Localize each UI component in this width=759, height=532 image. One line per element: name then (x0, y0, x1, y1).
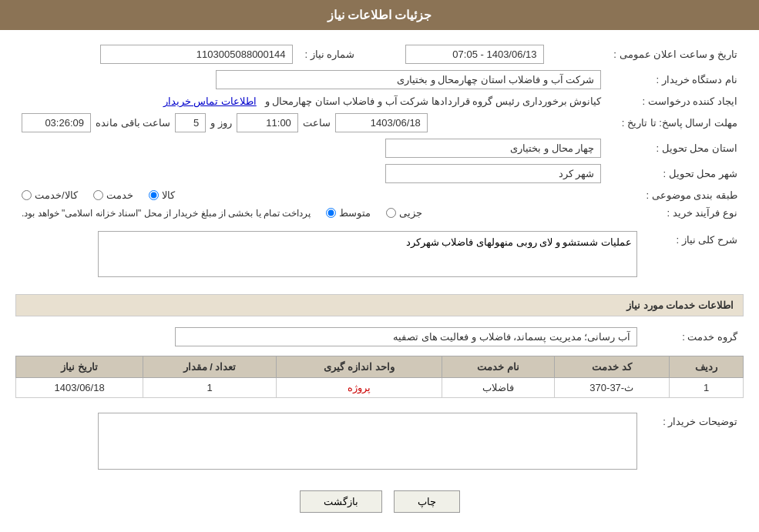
table-row: استان محل تحویل : چهار محال و بختیاری (15, 136, 744, 161)
general-desc-label: شرح کلی نیاز : (643, 228, 744, 283)
reply-time-label: ساعت (303, 117, 331, 129)
cell-service-name: فاضلاب (442, 378, 554, 398)
delivery-city-label: شهر محل تحویل : (607, 161, 744, 186)
buyer-notes-textarea[interactable] (98, 413, 637, 470)
service-group-value: آب رسانی؛ مدیریت پسماند، فاضلاب و فعالیت… (175, 327, 637, 346)
category-radio-kala-khadamat[interactable] (22, 190, 32, 200)
cell-date: 1403/06/18 (16, 378, 143, 398)
table-row: شهر محل تحویل : شهر کرد (15, 161, 744, 186)
content-area: تاریخ و ساعت اعلان عمومی : 1403/06/13 - … (0, 30, 759, 532)
table-row: ایجاد کننده درخواست : کیانوش برخورداری ر… (15, 92, 744, 110)
table-header-row: ردیف کد خدمت نام خدمت واحد اندازه گیری ت… (16, 356, 744, 378)
table-row: طبقه بندی موضوعی : کالا/خدمت خدمت کالا (15, 186, 744, 204)
general-desc-textarea[interactable] (98, 231, 637, 277)
cell-service-code: ث-37-370 (554, 378, 669, 398)
purchase-type-label-small: جزیی (399, 207, 422, 219)
cell-row-num: 1 (670, 378, 744, 398)
category-option-kala[interactable]: کالا (149, 189, 175, 201)
page-wrapper: جزئیات اطلاعات نیاز تاریخ و ساعت اعلان ع… (0, 0, 759, 532)
reply-time-value: 11:00 (237, 113, 298, 132)
need-number-value: 1103005088000144 (100, 45, 293, 64)
remaining-label: ساعت باقی مانده (96, 117, 170, 129)
creator-label: ایجاد کننده درخواست : (607, 92, 744, 110)
service-group-table: گروه خدمت : آب رسانی؛ مدیریت پسماند، فاض… (15, 324, 744, 350)
table-row: 1 ث-37-370 فاضلاب پروژه 1 1403/06/18 (16, 378, 744, 398)
reply-date-value: 1403/06/18 (335, 113, 428, 132)
cell-unit[interactable]: پروژه (276, 378, 442, 398)
col-service-code: کد خدمت (554, 356, 669, 378)
cell-quantity: 1 (143, 378, 277, 398)
delivery-province-value: چهار محال و بختیاری (385, 139, 601, 158)
purchase-type-option-small[interactable]: جزیی (386, 207, 422, 219)
services-section-title: اطلاعات خدمات مورد نیاز (15, 294, 744, 316)
purchase-type-radio-small[interactable] (386, 208, 396, 218)
announce-date-label: تاریخ و ساعت اعلان عمومی : (607, 42, 744, 67)
table-row: شرح کلی نیاز : (15, 228, 744, 283)
purchase-type-note: پرداخت تمام یا بخشی از مبلغ خریدار از مح… (22, 208, 311, 219)
service-group-label: گروه خدمت : (643, 324, 744, 350)
col-service-name: نام خدمت (442, 356, 554, 378)
purchase-type-label: نوع فرآیند خرید : (607, 204, 744, 222)
buyer-org-value: شرکت آب و فاضلاب استان چهارمحال و بختیار… (216, 70, 601, 89)
page-header: جزئیات اطلاعات نیاز (0, 0, 759, 30)
announce-date-box: 1403/06/13 - 07:05 (405, 45, 602, 64)
purchase-type-row: پرداخت تمام یا بخشی از مبلغ خریدار از مح… (22, 207, 601, 219)
services-table: ردیف کد خدمت نام خدمت واحد اندازه گیری ت… (15, 356, 744, 398)
table-row: توضیحات خریدار : (15, 410, 744, 475)
table-row: نوع فرآیند خرید : پرداخت تمام یا بخشی از… (15, 204, 744, 222)
info-table: تاریخ و ساعت اعلان عمومی : 1403/06/13 - … (15, 42, 744, 222)
page-title: جزئیات اطلاعات نیاز (327, 8, 432, 22)
category-radio-kala[interactable] (149, 190, 159, 200)
footer-buttons: چاپ بازگشت (15, 490, 744, 513)
col-date: تاریخ نیاز (16, 356, 143, 378)
services-table-header: ردیف کد خدمت نام خدمت واحد اندازه گیری ت… (16, 356, 744, 378)
category-option-khadamat-label: خدمت (106, 189, 133, 201)
category-option-kala-khadamat-label: کالا/خدمت (35, 189, 78, 201)
reply-days-value: 5 (175, 113, 206, 132)
category-label: طبقه بندی موضوعی : (607, 186, 744, 204)
reply-date-label: مهلت ارسال پاسخ: تا تاریخ : (607, 110, 744, 136)
buyer-notes-table: توضیحات خریدار : (15, 410, 744, 475)
table-row: تاریخ و ساعت اعلان عمومی : 1403/06/13 - … (15, 42, 744, 67)
table-row: نام دستگاه خریدار : شرکت آب و فاضلاب است… (15, 67, 744, 92)
general-desc-table: شرح کلی نیاز : (15, 228, 744, 283)
remaining-row: 03:26:09 ساعت باقی مانده 5 روز و (22, 113, 232, 132)
buyer-org-label: نام دستگاه خریدار : (607, 67, 744, 92)
services-table-body: 1 ث-37-370 فاضلاب پروژه 1 1403/06/18 (16, 378, 744, 398)
purchase-type-option-medium[interactable]: متوسط (326, 207, 371, 219)
purchase-type-label-medium: متوسط (339, 207, 371, 219)
purchase-type-radio-medium[interactable] (326, 208, 336, 218)
category-radio-group: کالا/خدمت خدمت کالا (22, 189, 601, 201)
reply-date-row: 03:26:09 ساعت باقی مانده 5 روز و 11:00 س… (22, 113, 601, 132)
back-button[interactable]: بازگشت (300, 490, 382, 513)
category-option-kala-khadamat[interactable]: کالا/خدمت (22, 189, 78, 201)
category-option-kala-label: کالا (162, 189, 175, 201)
reply-days-label: روز و (210, 117, 232, 129)
table-row: گروه خدمت : آب رسانی؛ مدیریت پسماند، فاض… (15, 324, 744, 350)
creator-value: کیانوش برخورداری رئیس گروه قراردادها شرک… (265, 95, 602, 107)
col-quantity: تعداد / مقدار (143, 356, 277, 378)
announce-date-value: 1403/06/13 - 07:05 (405, 45, 544, 64)
remaining-value: 03:26:09 (22, 113, 91, 132)
need-number-label: شماره نیاز : (299, 42, 399, 67)
category-option-khadamat[interactable]: خدمت (93, 189, 133, 201)
delivery-city-value: شهر کرد (385, 164, 601, 183)
buyer-notes-label: توضیحات خریدار : (643, 410, 744, 475)
table-row: مهلت ارسال پاسخ: تا تاریخ : 03:26:09 ساع… (15, 110, 744, 136)
creator-link[interactable]: اطلاعات تماس خریدار (163, 95, 257, 107)
col-unit: واحد اندازه گیری (276, 356, 442, 378)
col-row-num: ردیف (670, 356, 744, 378)
delivery-province-label: استان محل تحویل : (607, 136, 744, 161)
print-button[interactable]: چاپ (394, 490, 460, 513)
category-radio-khadamat[interactable] (93, 190, 103, 200)
